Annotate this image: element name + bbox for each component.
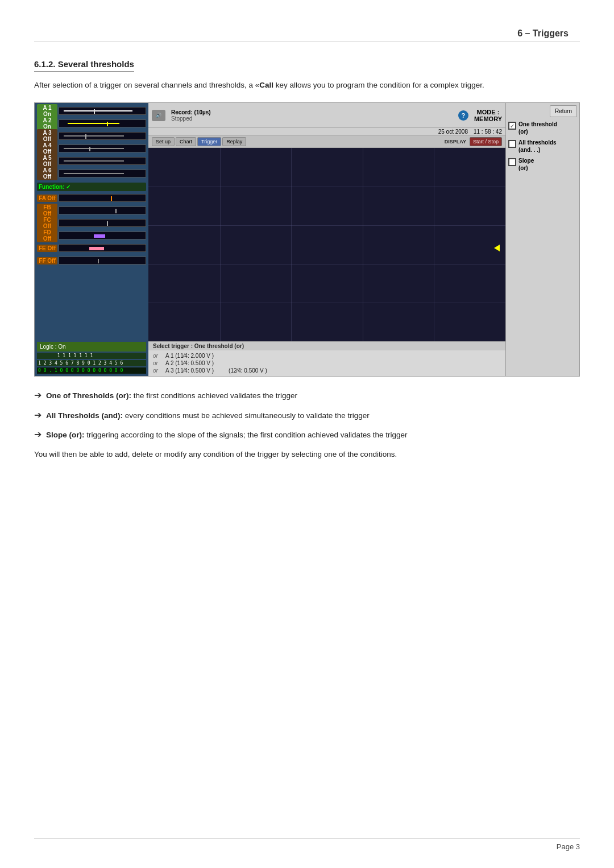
function-label[interactable]: Function: ✓ [37,183,146,191]
trigger-or-2: or [153,360,162,366]
channel-row-fb[interactable]: FB Off [37,205,146,216]
slope-title: Slope [518,157,534,164]
tab-replay[interactable]: Replay [222,137,246,146]
channel-row-a2[interactable]: A 2 On [37,118,146,129]
channel-row-ff[interactable]: FF Off [37,255,146,266]
page-header: 6 – Triggers [34,23,580,42]
slope-label: Slope (or) [518,157,534,172]
question-icon[interactable]: ? [458,110,468,121]
trigger-text-1: A 1 (11⁄4: 2.000 V ) [165,353,214,359]
channel-row-a4[interactable]: A 4 Off [37,143,146,154]
tab-trigger[interactable]: Trigger [197,137,221,146]
one-threshold-sublabel: (or) [518,128,557,135]
osc-date-bar: 25 oct 2008 11 : 58 : 42 [148,128,505,136]
all-thresholds-label: All thresholds (and. . .) [518,139,557,154]
channel-row-a5[interactable]: A 5 Off [37,155,146,167]
channel-label-fb[interactable]: FB Off [37,204,57,217]
channel-bar-a4 [59,144,146,152]
start-stop-btn[interactable]: Start / Stop [470,137,502,146]
channel-label-fe[interactable]: FE Off [37,245,57,252]
mode-box: MODE : MEMORY [474,109,502,122]
channel-label-a4[interactable]: A 4 Off [37,142,57,155]
channel-label-a5[interactable]: A 5 Off [37,154,57,168]
one-threshold-check[interactable]: ✓ [508,122,516,130]
intro-paragraph: After selection of a trigger on several … [34,80,580,91]
channel-bar-fc [59,219,146,227]
slope-check[interactable] [508,158,516,166]
bullet-text-3: Slope (or): triggering according to the … [46,429,408,441]
channel-row-fa[interactable]: FA Off [37,192,146,204]
body-content: ➔ One of Thresholds (or): the first cond… [34,390,580,460]
channel-label-fc[interactable]: FC Off [37,216,57,230]
osc-waveform-area [148,148,505,341]
all-thresholds-sublabel: (and. . .) [518,146,557,154]
channel-bar-ff [59,257,146,264]
center-panel: 🔊 Record: (10µs) Stopped ? MODE : MEMORY… [148,103,505,376]
all-thresholds-title: All thresholds [518,139,557,146]
channel-bar-fd [59,232,146,239]
osc-top-bar: 🔊 Record: (10µs) Stopped ? MODE : MEMORY [148,103,505,128]
one-threshold-label: One threshold (or) [518,121,557,135]
channel-bar-a6 [59,170,146,177]
slope-checkbox[interactable] [508,158,516,166]
trigger-item-3[interactable]: or A 3 (11⁄4: 0.500 V ) (12⁄4: 0.500 V ) [153,367,501,374]
tab-chart[interactable]: Chart [176,137,196,146]
bullet-item-1: ➔ One of Thresholds (or): the first cond… [34,390,580,402]
channel-row-a1[interactable]: A 1 On [37,105,146,117]
trigger-select-bar: Select trigger : One threshold (or) [148,341,505,350]
channel-row-fc[interactable]: FC Off [37,217,146,229]
bullet-text-1: One of Thresholds (or): the first condit… [46,390,297,402]
right-panel: Return ✓ One threshold (or) All threshol… [505,103,579,376]
all-thresholds-check[interactable] [508,140,516,148]
channel-row-fd[interactable]: FD Off [37,230,146,241]
bullet-item-3: ➔ Slope (or): triggering according to th… [34,429,580,441]
slope-section[interactable]: Slope (or) [508,157,577,172]
channel-bar-fb [59,206,146,214]
bullet-bold-1: One of Thresholds (or): [46,391,131,400]
tab-setup[interactable]: Set up [152,137,175,146]
channel-bar-a3 [59,132,146,140]
bullet-arrow-3: ➔ [34,429,42,440]
bullet-desc-1: the first conditions achieved validates … [131,391,297,400]
mode-line2: MEMORY [474,115,502,122]
logic-numbers2: 1 2 3 4 5 6 7 8 9 0 1 2 3 4 5 6 [37,360,146,366]
bullet-text-2: All Thresholds (and): every conditions m… [46,410,370,421]
channel-label-a6[interactable]: A 6 Off [37,167,57,180]
intro-text-after: key allows you to program the condition … [273,81,484,89]
channel-label-fd[interactable]: FD Off [37,229,57,242]
call-key: Call [259,81,273,89]
bullet-bold-3: Slope (or): [46,431,85,439]
channel-row-a3[interactable]: A 3 Off [37,130,146,142]
channel-row-fe[interactable]: FE Off [37,242,146,254]
channel-row-a6[interactable]: A 6 Off [37,168,146,179]
mode-line1: MODE : [474,109,502,115]
logic-numbers1: 1 1 1 1 1 1 1 [37,353,146,359]
bullet-arrow-2: ➔ [34,410,42,420]
closing-text: You will then be able to add, delete or … [34,449,580,460]
channel-label-a2[interactable]: A 2 On [37,117,57,130]
bullet-bold-2: All Thresholds (and): [46,411,123,420]
one-threshold-section[interactable]: ✓ One threshold (or) [508,121,577,135]
channel-label-fa[interactable]: FA Off [37,195,57,202]
channel-label-a3[interactable]: A 3 Off [37,129,57,143]
one-threshold-checkbox[interactable]: ✓ [508,122,516,130]
trigger-or-3: or [153,367,162,374]
osc-date: 25 oct 2008 [438,129,468,135]
record-label: Record: (10µs) [171,109,211,115]
bullet-desc-3: triggering according to the slope of the… [85,431,408,439]
trigger-item-2[interactable]: or A 2 (11⁄4: 0.500 V ) [153,360,501,366]
channel-bar-a2 [59,119,146,127]
channel-label-ff[interactable]: FF Off [37,257,57,264]
all-thresholds-section[interactable]: All thresholds (and. . .) [508,139,577,154]
return-button[interactable]: Return [550,105,577,117]
page-title: 6 – Triggers [517,28,569,39]
page-footer: Page 3 [34,838,580,851]
record-info: Record: (10µs) Stopped [171,109,211,122]
bullet-arrow-1: ➔ [34,390,42,400]
start-stop-area: Start / Stop [470,137,502,146]
trigger-item-1[interactable]: or A 1 (11⁄4: 2.000 V ) [153,353,501,359]
osc-icon: 🔊 [152,110,165,121]
all-thresholds-checkbox[interactable] [508,140,516,148]
channel-label-a1[interactable]: A 1 On [37,104,57,118]
slope-sublabel: (or) [518,164,534,172]
